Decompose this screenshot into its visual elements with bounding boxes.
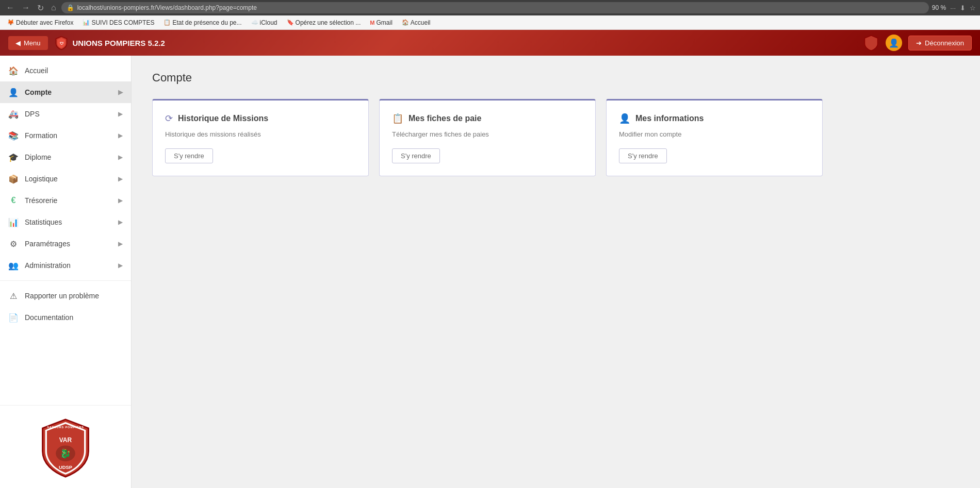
bookmark-selection[interactable]: 🔖 Opérez une sélection ... — [284, 18, 364, 27]
chevron-right-icon: ▶ — [118, 175, 123, 182]
nav-divider — [0, 280, 131, 281]
pocket-icon[interactable]: ⬇ — [960, 4, 966, 12]
browser-actions: 90 % ··· ⬇ ☆ — [932, 4, 976, 12]
bookmark-firefox[interactable]: 🦊 Débuter avec Firefox — [4, 18, 76, 27]
sidebar-item-administration-label: Administration — [25, 261, 112, 270]
formation-icon: 📚 — [8, 130, 19, 141]
page-content: Compte ⟳ Historique de Missions Historiq… — [132, 56, 980, 488]
back-button[interactable]: ← — [4, 2, 17, 13]
bookmark-icloud[interactable]: ☁️ iCloud — [248, 18, 281, 27]
svg-text:UDSP: UDSP — [59, 464, 72, 470]
sidebar-item-tresorerie-label: Trésorerie — [25, 196, 112, 205]
top-header: ◀ Menu 🛡 UNIONS POMPIERS 5.2.2 👤 ➔ Décon… — [0, 30, 980, 56]
card-historique-header: ⟳ Historique de Missions — [165, 113, 356, 124]
bookmarks-bar: 🦊 Débuter avec Firefox 📊 SUIVI DES COMPT… — [0, 15, 980, 30]
home-button[interactable]: ⌂ — [49, 2, 58, 13]
chevron-right-icon: ▶ — [118, 110, 123, 117]
statistiques-icon: 📊 — [8, 217, 19, 227]
card-historique-title: Historique de Missions — [178, 114, 268, 123]
documentation-icon: 📄 — [8, 312, 19, 323]
sidebar-item-compte[interactable]: 👤 Compte ▶ — [0, 81, 131, 103]
card-fiches-header: 📋 Mes fiches de paie — [392, 113, 583, 124]
sidebar-item-statistiques[interactable]: 📊 Statistiques ▶ — [0, 211, 131, 233]
reload-button[interactable]: ↻ — [35, 2, 46, 14]
logout-icon: ➔ — [916, 39, 922, 47]
card-informations: 👤 Mes informations Modifier mon compte S… — [606, 99, 823, 176]
administration-icon: 👥 — [8, 260, 19, 271]
chevron-right-icon: ▶ — [118, 197, 123, 204]
svg-text:VAR: VAR — [59, 436, 72, 444]
svg-text:SAPEURS POMPIERS: SAPEURS POMPIERS — [47, 426, 84, 429]
chevron-right-icon: ▶ — [118, 262, 123, 269]
bookmark-presence[interactable]: 📋 Etat de présence du pe... — [160, 18, 244, 27]
document-icon: 📋 — [392, 113, 403, 124]
sidebar-item-administration[interactable]: 👥 Administration ▶ — [0, 255, 131, 276]
sidebar-item-compte-label: Compte — [25, 88, 112, 96]
main-area: 🏠 Accueil 👤 Compte ▶ 🚑 DPS ▶ 📚 — [0, 56, 980, 488]
chevron-right-icon: ▶ — [118, 218, 123, 226]
header-right: 👤 ➔ Déconnexion — [863, 35, 972, 51]
sidebar-item-tresorerie[interactable]: € Trésorerie ▶ — [0, 190, 131, 211]
page-title: Compte — [152, 71, 959, 85]
sidebar-item-diplome[interactable]: 🎓 Diplome ▶ — [0, 146, 131, 168]
sidebar-item-logistique-label: Logistique — [25, 175, 112, 183]
card-fiches-description: Télécharger mes fiches de paies — [392, 130, 583, 138]
sidebar-item-logistique[interactable]: 📦 Logistique ▶ — [0, 168, 131, 190]
sidebar-item-parametrages[interactable]: ⚙ Paramétrages ▶ — [0, 233, 131, 255]
account-icon: 👤 — [8, 87, 19, 97]
bookmark-comptes[interactable]: 📊 SUIVI DES COMPTES — [79, 18, 157, 27]
app-title: 🛡 UNIONS POMPIERS 5.2.2 — [54, 36, 165, 50]
sidebar-item-dps[interactable]: 🚑 DPS ▶ — [0, 103, 131, 125]
logout-label: Déconnexion — [925, 39, 964, 47]
report-icon: ⚠ — [8, 291, 19, 301]
app-shell: ◀ Menu 🛡 UNIONS POMPIERS 5.2.2 👤 ➔ Décon… — [0, 30, 980, 488]
sidebar-item-diplome-label: Diplome — [25, 153, 112, 161]
sidebar-item-rapporter[interactable]: ⚠ Rapporter un problème — [0, 285, 131, 307]
bookmark-accueil[interactable]: 🏠 Accueil — [399, 18, 434, 27]
shield-badge-icon — [863, 35, 879, 51]
url-text: localhost/unions-pompiers.fr/Views/dashb… — [77, 4, 257, 11]
sidebar-item-documentation[interactable]: 📄 Documentation — [0, 307, 131, 328]
forward-button[interactable]: → — [20, 2, 32, 13]
cards-grid: ⟳ Historique de Missions Historique des … — [152, 99, 823, 176]
address-bar[interactable]: 🔒 localhost/unions-pompiers.fr/Views/das… — [61, 2, 929, 13]
menu-button[interactable]: ◀ Menu — [8, 36, 48, 50]
sidebar-nav: 🏠 Accueil 👤 Compte ▶ 🚑 DPS ▶ 📚 — [0, 56, 131, 405]
bookmark-icon[interactable]: ☆ — [970, 4, 976, 12]
chevron-right-icon: ▶ — [118, 132, 123, 139]
sidebar-item-accueil[interactable]: 🏠 Accueil — [0, 60, 131, 81]
card-fiches-paie: 📋 Mes fiches de paie Télécharger mes fic… — [379, 99, 596, 176]
card-fiches-button[interactable]: S'y rendre — [392, 148, 440, 163]
card-historique-button[interactable]: S'y rendre — [165, 148, 213, 163]
dps-icon: 🚑 — [8, 109, 19, 119]
sidebar-item-formation[interactable]: 📚 Formation ▶ — [0, 125, 131, 146]
sidebar-item-statistiques-label: Statistiques — [25, 218, 112, 226]
parametrages-icon: ⚙ — [8, 239, 19, 249]
tresorerie-icon: € — [8, 195, 19, 206]
app-shield-icon: 🛡 — [54, 36, 69, 50]
sidebar: 🏠 Accueil 👤 Compte ▶ 🚑 DPS ▶ 📚 — [0, 56, 132, 488]
browser-chrome: ← → ↻ ⌂ 🔒 localhost/unions-pompiers.fr/V… — [0, 0, 980, 15]
more-options-icon[interactable]: ··· — [950, 4, 956, 12]
sidebar-item-dps-label: DPS — [25, 110, 112, 118]
menu-arrow-icon: ◀ — [15, 39, 21, 47]
sidebar-item-documentation-label: Documentation — [25, 313, 123, 322]
sidebar-item-formation-label: Formation — [25, 131, 112, 140]
sidebar-item-accueil-label: Accueil — [25, 66, 123, 75]
menu-label: Menu — [24, 39, 41, 47]
home-icon: 🏠 — [8, 65, 19, 76]
user-avatar: 👤 — [886, 35, 902, 51]
bookmark-gmail[interactable]: M Gmail — [367, 18, 396, 27]
header-left: ◀ Menu 🛡 UNIONS POMPIERS 5.2.2 — [8, 36, 165, 50]
card-informations-button[interactable]: S'y rendre — [619, 148, 667, 163]
logistique-icon: 📦 — [8, 174, 19, 184]
diplome-icon: 🎓 — [8, 152, 19, 162]
card-fiches-title: Mes fiches de paie — [409, 114, 481, 123]
chevron-right-icon: ▶ — [118, 89, 123, 96]
logout-button[interactable]: ➔ Déconnexion — [908, 36, 972, 51]
card-informations-title: Mes informations — [635, 114, 704, 123]
chevron-right-icon: ▶ — [118, 240, 123, 247]
sidebar-item-parametrages-label: Paramétrages — [25, 240, 112, 248]
person-icon: 👤 — [619, 113, 630, 124]
svg-text:🐉: 🐉 — [60, 448, 72, 459]
